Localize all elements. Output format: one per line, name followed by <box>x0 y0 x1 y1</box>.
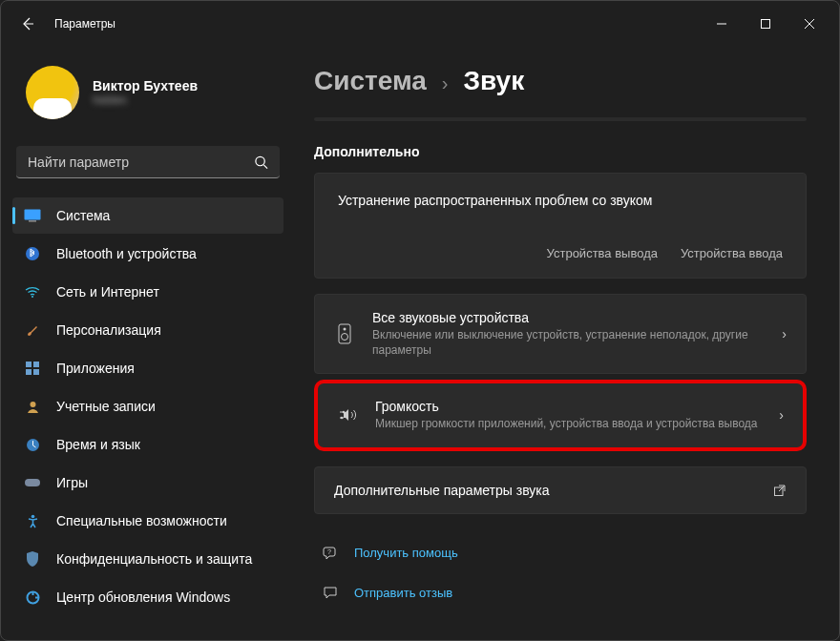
sidebar: Виктор Бухтеев hidden Система Bluetooth … <box>1 47 295 640</box>
row-sub: Микшер громкости приложений, устройства … <box>375 416 762 431</box>
nav-apps[interactable]: Приложения <box>12 350 284 386</box>
chevron-right-icon: › <box>442 72 449 94</box>
section-title: Дополнительно <box>314 144 807 159</box>
get-help-text: Получить помощь <box>354 546 458 560</box>
svg-point-12 <box>30 402 35 407</box>
nav-label: Система <box>56 208 110 223</box>
nav-label: Специальные возможности <box>56 513 227 528</box>
shield-icon <box>24 550 41 568</box>
nav-label: Персонализация <box>56 322 161 338</box>
svg-rect-9 <box>33 362 39 367</box>
breadcrumb-current: Звук <box>464 66 525 96</box>
svg-rect-5 <box>29 220 36 222</box>
maximize-button[interactable] <box>744 9 788 39</box>
avatar <box>26 66 79 119</box>
search-icon <box>254 155 268 170</box>
speaker-icon <box>334 323 355 344</box>
accounts-icon <box>24 398 41 415</box>
svg-point-19 <box>342 334 348 341</box>
chevron-right-icon: › <box>779 407 784 423</box>
svg-rect-4 <box>25 210 41 220</box>
nav-windows-update[interactable]: Центр обновления Windows <box>12 579 284 615</box>
get-help-link[interactable]: ? Получить помощь <box>314 533 807 573</box>
nav-network[interactable]: Сеть и Интернет <box>12 274 284 310</box>
nav-label: Время и язык <box>56 437 140 452</box>
row-title: Все звуковые устройства <box>372 310 765 325</box>
row-title: Дополнительные параметры звука <box>334 483 756 498</box>
troubleshoot-input-button[interactable]: Устройства ввода <box>681 246 783 260</box>
svg-rect-8 <box>26 362 32 367</box>
feedback-text: Отправить отзыв <box>354 586 452 600</box>
system-icon <box>24 207 41 224</box>
svg-point-21 <box>341 417 344 420</box>
nav-bluetooth[interactable]: Bluetooth и устройства <box>12 236 284 272</box>
nav-accessibility[interactable]: Специальные возможности <box>12 503 284 539</box>
brush-icon <box>24 321 41 339</box>
row-sub: Включение или выключение устройств, устр… <box>372 327 765 358</box>
update-icon <box>24 589 41 606</box>
gaming-icon <box>24 474 41 491</box>
user-email: hidden <box>93 93 198 107</box>
feedback-icon <box>320 585 341 602</box>
scroll-indicator <box>314 117 807 121</box>
bluetooth-icon <box>24 245 41 262</box>
wifi-icon <box>24 283 41 300</box>
user-name: Виктор Бухтеев <box>93 78 198 93</box>
feedback-link[interactable]: Отправить отзыв <box>314 573 807 613</box>
svg-rect-1 <box>762 20 770 29</box>
nav-time-language[interactable]: Время и язык <box>12 426 284 463</box>
apps-icon <box>24 360 41 377</box>
nav-system[interactable]: Система <box>12 197 284 234</box>
chevron-right-icon: › <box>782 326 787 341</box>
troubleshoot-output-button[interactable]: Устройства вывода <box>547 246 658 260</box>
volume-row[interactable]: Громкость Микшер громкости приложений, у… <box>314 380 807 450</box>
more-sound-row[interactable]: Дополнительные параметры звука <box>314 466 807 514</box>
nav-accounts[interactable]: Учетные записи <box>12 388 284 424</box>
nav-label: Учетные записи <box>56 399 156 414</box>
nav-label: Сеть и Интернет <box>56 284 159 300</box>
svg-rect-11 <box>33 369 39 375</box>
nav-label: Игры <box>56 475 88 490</box>
nav-label: Конфиденциальность и защита <box>56 551 252 567</box>
nav-privacy[interactable]: Конфиденциальность и защита <box>12 541 284 577</box>
troubleshoot-title: Устранение распространенных проблем со з… <box>338 193 783 208</box>
nav-gaming[interactable]: Игры <box>12 465 284 501</box>
breadcrumb: Система › Звук <box>314 66 807 96</box>
all-devices-row[interactable]: Все звуковые устройства Включение или вы… <box>314 294 807 374</box>
close-button[interactable] <box>788 9 831 39</box>
minimize-button[interactable] <box>700 9 744 39</box>
search-box[interactable] <box>16 146 280 178</box>
nav: Система Bluetooth и устройства Сеть и Ин… <box>12 197 284 615</box>
time-icon <box>24 436 41 453</box>
titlebar: Параметры <box>1 1 839 47</box>
svg-point-2 <box>256 156 264 165</box>
nav-label: Приложения <box>56 361 135 376</box>
nav-label: Bluetooth и устройства <box>56 246 197 261</box>
svg-text:?: ? <box>327 548 331 554</box>
row-title: Громкость <box>375 399 762 414</box>
svg-point-15 <box>31 514 34 518</box>
mixer-icon <box>337 406 358 424</box>
content: Система › Звук Дополнительно Устранение … <box>295 47 839 640</box>
nav-label: Центр обновления Windows <box>56 589 230 605</box>
external-link-icon <box>773 484 787 497</box>
user-block[interactable]: Виктор Бухтеев hidden <box>12 47 284 142</box>
nav-personalization[interactable]: Персонализация <box>12 312 284 348</box>
window-title: Параметры <box>54 17 116 31</box>
search-input[interactable] <box>16 146 280 178</box>
svg-rect-14 <box>25 479 40 486</box>
help-icon: ? <box>320 545 341 562</box>
breadcrumb-root[interactable]: Система <box>314 66 427 96</box>
back-button[interactable] <box>9 5 47 43</box>
svg-rect-10 <box>26 369 32 375</box>
troubleshoot-card: Устранение распространенных проблем со з… <box>314 173 807 279</box>
accessibility-icon <box>24 512 41 529</box>
svg-point-18 <box>344 328 346 331</box>
svg-point-7 <box>32 296 33 298</box>
window-controls <box>700 9 831 39</box>
svg-line-3 <box>263 165 267 169</box>
